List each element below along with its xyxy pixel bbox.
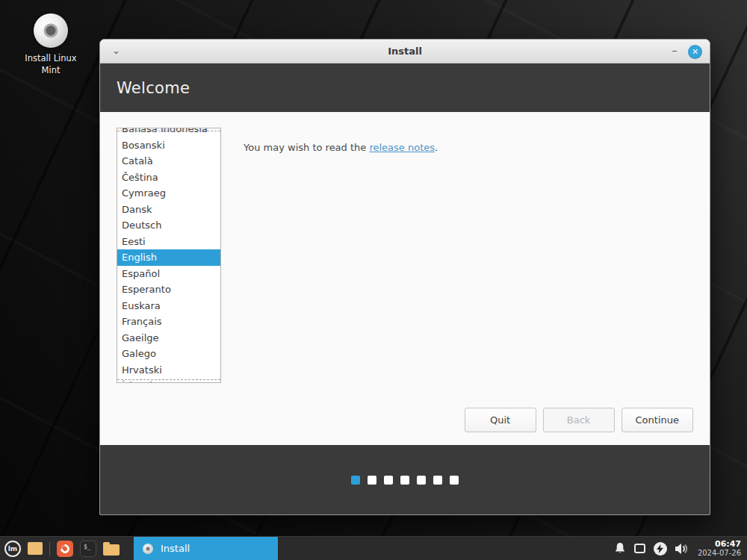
progress-dots bbox=[351, 476, 459, 485]
language-option[interactable]: Dansk bbox=[117, 202, 220, 218]
language-option[interactable]: Gaeilge bbox=[117, 330, 220, 346]
progress-dot bbox=[384, 476, 393, 485]
note-before: You may wish to read the bbox=[244, 142, 369, 153]
progress-dot bbox=[417, 476, 426, 485]
window-title: Install bbox=[100, 40, 710, 63]
taskbar-separator bbox=[49, 542, 50, 556]
desktop-icon-install-linux-mint[interactable]: Install Linux Mint bbox=[22, 13, 79, 76]
progress-dot bbox=[400, 476, 409, 485]
volume-icon[interactable] bbox=[675, 543, 689, 555]
browser-icon bbox=[57, 541, 73, 557]
language-option[interactable]: Esperanto bbox=[117, 281, 220, 298]
progress-dot bbox=[368, 476, 376, 485]
minimize-button[interactable]: – bbox=[670, 47, 679, 56]
cd-disc-icon bbox=[143, 544, 153, 554]
progress-dot bbox=[433, 476, 442, 485]
window-content: Bahasa IndonesiaBosanskiCatalàČeštinaCym… bbox=[100, 112, 710, 445]
page-title: Welcome bbox=[117, 79, 190, 97]
show-desktop-icon bbox=[28, 542, 43, 555]
release-notes-text: You may wish to read the release notes. bbox=[244, 142, 438, 153]
language-option[interactable]: Bosanski bbox=[117, 137, 220, 154]
clock-date: 2024-07-26 bbox=[698, 549, 741, 558]
language-list[interactable]: Bahasa IndonesiaBosanskiCatalàČeštinaCym… bbox=[117, 128, 221, 383]
language-option[interactable]: Deutsch bbox=[117, 217, 220, 234]
wizard-buttons: Quit Back Continue bbox=[465, 408, 693, 432]
cd-disc-icon bbox=[34, 13, 68, 48]
browser-launcher[interactable] bbox=[57, 541, 73, 557]
progress-dot bbox=[351, 476, 360, 485]
power-manager-icon[interactable] bbox=[654, 542, 667, 556]
terminal-icon: $_ bbox=[80, 541, 96, 557]
progress-dot bbox=[450, 476, 459, 485]
language-option[interactable]: English bbox=[117, 249, 220, 266]
language-option[interactable]: Español bbox=[117, 266, 220, 282]
files-launcher[interactable] bbox=[103, 542, 120, 556]
language-option[interactable]: Čeština bbox=[117, 169, 220, 186]
release-notes-link[interactable]: release notes bbox=[369, 142, 435, 153]
window-list-tray-icon[interactable] bbox=[634, 544, 645, 553]
taskbar-window-label: Install bbox=[161, 543, 190, 554]
terminal-launcher[interactable]: $_ bbox=[80, 541, 96, 557]
mint-menu-button[interactable]: lm bbox=[4, 541, 21, 557]
taskbar: lm $_ Install bbox=[0, 536, 747, 560]
language-option[interactable]: Français bbox=[117, 314, 220, 330]
clock[interactable]: 06:47 2024-07-26 bbox=[698, 539, 741, 558]
continue-button[interactable]: Continue bbox=[622, 408, 693, 432]
notifications-bell-icon[interactable] bbox=[614, 542, 626, 555]
page-header: Welcome bbox=[100, 63, 710, 112]
language-option[interactable]: Bahasa Indonesia bbox=[117, 128, 220, 137]
install-window: ⌄ Install – ✕ Welcome Bahasa IndonesiaBo… bbox=[99, 39, 710, 515]
quit-button[interactable]: Quit bbox=[465, 408, 536, 432]
language-option[interactable]: Cymraeg bbox=[117, 185, 220, 202]
desktop-icon-label: Install Linux Mint bbox=[22, 53, 79, 76]
wizard-footer bbox=[100, 445, 710, 514]
folder-icon bbox=[103, 544, 120, 556]
taskbar-window-install[interactable]: Install bbox=[134, 537, 278, 560]
clock-time: 06:47 bbox=[698, 539, 741, 549]
language-option[interactable]: Català bbox=[117, 153, 220, 169]
mint-logo-icon: lm bbox=[4, 541, 21, 557]
titlebar[interactable]: ⌄ Install – ✕ bbox=[100, 40, 710, 63]
language-option[interactable]: Euskara bbox=[117, 298, 220, 314]
language-option[interactable]: Eesti bbox=[117, 234, 220, 250]
back-button[interactable]: Back bbox=[543, 408, 615, 432]
note-after: . bbox=[435, 142, 438, 153]
close-button[interactable]: ✕ bbox=[688, 45, 702, 59]
language-option[interactable]: Íslenska bbox=[117, 378, 220, 383]
language-option[interactable]: Hrvatski bbox=[117, 362, 220, 379]
show-desktop-button[interactable] bbox=[28, 542, 43, 555]
language-option[interactable]: Galego bbox=[117, 346, 220, 362]
